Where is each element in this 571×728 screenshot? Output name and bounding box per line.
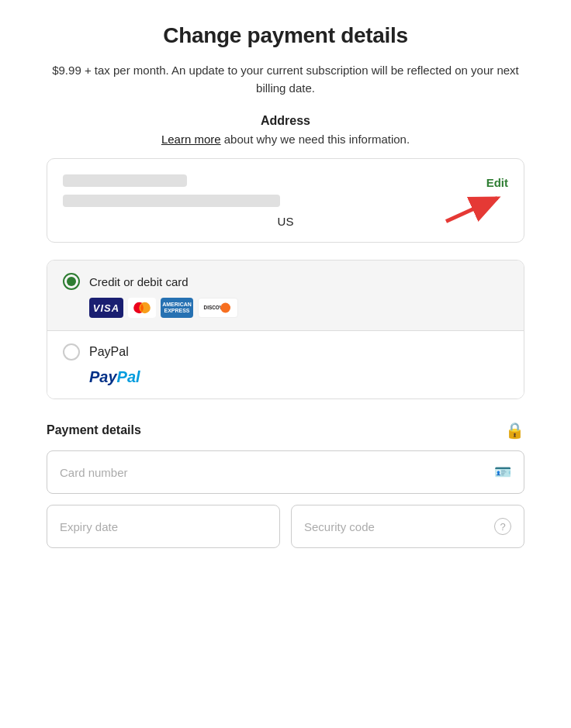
visa-logo: VISA: [89, 298, 123, 318]
security-placeholder: Security code: [304, 520, 375, 533]
payment-details-header: Payment details 🔒: [47, 421, 524, 440]
payment-option-paypal[interactable]: PayPal PayPal: [47, 331, 524, 399]
address-label: Address: [47, 114, 524, 128]
paypal-logo-text: Pay: [89, 368, 117, 385]
help-icon[interactable]: ?: [494, 518, 511, 535]
address-box: US Edit: [47, 158, 524, 243]
edit-area: Edit: [438, 175, 508, 226]
page-title: Change payment details: [47, 23, 524, 48]
learn-more-link[interactable]: Learn more: [161, 133, 221, 146]
discover-logo: DISCOVER: [198, 298, 238, 318]
card-logos: VISA AMERICANEXPRESS DISCOVER: [89, 298, 508, 318]
payment-option-card[interactable]: Credit or debit card VISA AMERICANEXPRES…: [47, 260, 524, 330]
paypal-option-label: PayPal: [89, 345, 129, 359]
edit-arrow-icon: [438, 191, 508, 226]
subtitle: $9.99 + tax per month. An update to your…: [47, 62, 524, 97]
lock-icon: 🔒: [505, 421, 524, 440]
radio-card[interactable]: [63, 273, 80, 290]
address-info: Learn more about why we need this inform…: [47, 133, 524, 146]
payment-details-title: Payment details: [47, 423, 141, 437]
card-number-placeholder: Card number: [60, 466, 128, 479]
svg-point-6: [220, 303, 230, 313]
radio-card-inner: [67, 277, 76, 286]
edit-button[interactable]: Edit: [486, 175, 508, 188]
card-option-label: Credit or debit card: [89, 275, 189, 288]
card-icon: 🪪: [494, 464, 511, 481]
card-number-field[interactable]: Card number 🪪: [47, 450, 524, 494]
svg-line-1: [446, 198, 497, 221]
radio-paypal[interactable]: [63, 343, 80, 361]
mastercard-logo: [128, 298, 156, 318]
address-line-1: [63, 174, 187, 187]
security-code-field[interactable]: Security code ?: [291, 505, 524, 548]
expiry-placeholder: Expiry date: [60, 520, 118, 533]
payment-methods-container: Credit or debit card VISA AMERICANEXPRES…: [47, 260, 524, 399]
expiry-security-row: Expiry date Security code ?: [47, 505, 524, 548]
paypal-logo-text-2: Pal: [117, 368, 140, 385]
expiry-date-field[interactable]: Expiry date: [47, 505, 280, 548]
address-line-2: [63, 195, 280, 207]
amex-logo: AMERICANEXPRESS: [161, 298, 193, 318]
